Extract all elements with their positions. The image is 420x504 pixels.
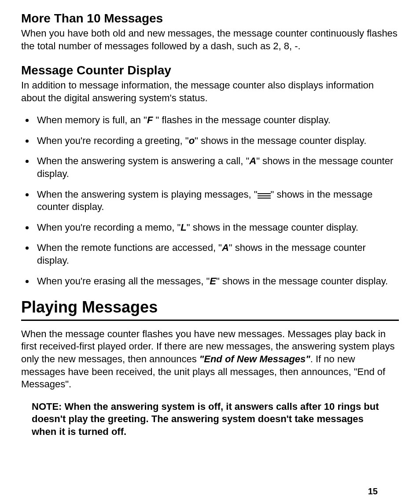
body-more-than-10: When you have both old and new messages,… [21, 27, 399, 52]
list-item-text: When the answering system is playing mes… [37, 189, 258, 200]
body-message-counter-display: In addition to message information, the … [21, 79, 399, 104]
list-item: When the remote functions are accessed, … [34, 242, 399, 267]
heading-more-than-10: More Than 10 Messages [21, 11, 399, 26]
list-item-text: " shows in the message counter display. [195, 135, 366, 146]
list-item-text: " shows in the message counter display. [187, 222, 358, 233]
list-item: When you're recording a greeting, "o" sh… [34, 135, 399, 147]
list-item-text: When the answering system is answering a… [37, 155, 249, 166]
list-item: When you're erasing all the messages, "E… [34, 275, 399, 288]
list-item: When the answering system is answering a… [34, 155, 399, 180]
indicator-F: F [147, 114, 153, 125]
note-answering-off: NOTE: When the answering system is off, … [32, 401, 388, 438]
playing-lines-icon [258, 193, 271, 199]
list-item-text: When you're recording a memo, " [37, 222, 181, 233]
list-item: When the answering system is playing mes… [34, 188, 399, 213]
list-item-text: " flashes in the message counter display… [153, 114, 331, 125]
indicator-E: E [210, 276, 216, 287]
heading-message-counter-display: Message Counter Display [21, 63, 399, 78]
page-number: 15 [368, 486, 378, 497]
status-list: When memory is full, an "F " flashes in … [21, 114, 399, 287]
list-item: When memory is full, an "F " flashes in … [34, 114, 399, 127]
list-item-text: When you're recording a greeting, " [37, 135, 189, 146]
indicator-A: A [249, 155, 256, 166]
body-playing-messages: When the message counter flashes you hav… [21, 328, 399, 391]
indicator-A: A [222, 242, 229, 253]
list-item-text: " shows in the message counter display. [216, 276, 388, 287]
list-item: When you're recording a memo, "L" shows … [34, 221, 399, 234]
list-item-text: When the remote functions are accessed, … [37, 242, 222, 253]
end-of-new-messages: "End of New Messages" [199, 353, 310, 364]
heading-playing-messages: Playing Messages [21, 297, 399, 321]
indicator-L: L [181, 222, 186, 233]
list-item-text: When memory is full, an " [37, 114, 147, 125]
indicator-o: o [189, 135, 195, 146]
list-item-text: When you're erasing all the messages, " [37, 276, 210, 287]
